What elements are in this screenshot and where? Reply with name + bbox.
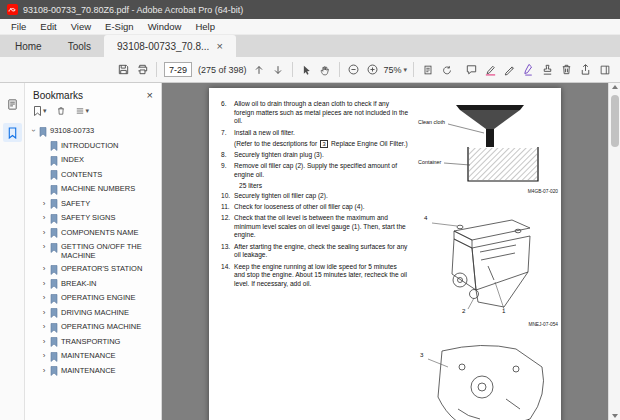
menu-item-e-sign[interactable]: E-Sign <box>98 21 141 32</box>
stamp-icon[interactable] <box>538 60 557 79</box>
acrobat-logo-icon <box>7 4 18 15</box>
bookmark-label: BREAK-IN <box>61 279 96 288</box>
bookmark-item[interactable]: ›DRIVING MACHINE <box>40 306 159 321</box>
tab-tools[interactable]: Tools <box>55 35 104 57</box>
chevron-right-icon[interactable]: › <box>41 242 47 251</box>
next-page-icon[interactable] <box>269 60 288 79</box>
chevron-expanded-icon[interactable]: › <box>29 128 38 134</box>
document-area: 6.Allow oil to drain through a clean clo… <box>162 83 620 420</box>
menu-item-help[interactable]: Help <box>188 21 222 32</box>
bookmark-item[interactable]: ›MAINTENANCE <box>40 349 159 364</box>
print-icon[interactable] <box>133 60 152 79</box>
step-item: 6.Allow oil to drain through a clean clo… <box>221 100 409 126</box>
bookmark-icon <box>50 199 58 209</box>
bookmark-item[interactable]: ›TRANSPORTING <box>40 335 159 350</box>
tab-home[interactable]: Home <box>2 35 55 57</box>
bookmark-item[interactable]: INTRODUCTION <box>40 139 159 154</box>
edit-pencil-icon[interactable] <box>500 60 519 79</box>
bookmark-root-label: 93108-00733 <box>50 126 94 135</box>
scroll-up-icon[interactable] <box>612 85 618 89</box>
menu-item-file[interactable]: File <box>4 21 33 32</box>
bookmark-item[interactable]: MACHINE NUMBERS <box>40 182 159 197</box>
bookmark-item[interactable]: ›SAFETY SIGNS <box>40 211 159 226</box>
page-scroll-region[interactable]: 6.Allow oil to drain through a clean clo… <box>162 83 608 420</box>
step-number: 12. <box>221 214 234 240</box>
highlight-icon[interactable] <box>481 60 500 79</box>
chevron-right-icon[interactable]: › <box>41 366 47 375</box>
note-text: Replace Engine Oil Filter.) <box>329 140 407 147</box>
step-text: Securely tighten drain plug (3). <box>234 151 409 160</box>
bookmark-label: MAINTENANCE <box>61 351 116 360</box>
chevron-right-icon[interactable]: › <box>41 213 47 222</box>
menu-item-window[interactable]: Window <box>141 21 189 32</box>
right-panel-toggle-icon[interactable] <box>595 60 614 79</box>
sign-pen-icon[interactable] <box>519 60 538 79</box>
chevron-down-icon: ▾ <box>86 107 90 115</box>
chevron-right-icon[interactable]: › <box>41 228 47 237</box>
step-item: 14.Keep the engine running at low idle s… <box>221 263 409 289</box>
tab-tools-label: Tools <box>68 41 91 52</box>
step-subtext: 25 liters <box>239 182 409 189</box>
save-icon[interactable] <box>114 60 133 79</box>
bookmark-label: MACHINE NUMBERS <box>61 184 135 193</box>
note-text: (Refer to the descriptions for <box>234 140 319 147</box>
bookmark-item[interactable]: ›GETTING ON/OFF THE MACHINE <box>40 240 159 262</box>
bookmarks-panel-icon[interactable] <box>3 123 22 142</box>
chevron-right-icon[interactable]: › <box>41 308 47 317</box>
step-number: 13. <box>221 243 234 260</box>
chevron-down-icon: ▾ <box>404 66 408 74</box>
chevron-right-icon[interactable]: › <box>41 322 47 331</box>
bookmark-icon <box>50 228 58 238</box>
bookmark-item[interactable]: ›OPERATING MACHINE <box>40 320 159 335</box>
step-number: 10. <box>221 192 234 201</box>
previous-page-icon[interactable] <box>250 60 269 79</box>
chevron-right-icon[interactable]: › <box>41 264 47 273</box>
chevron-right-icon[interactable]: › <box>41 279 47 288</box>
panel-close-icon[interactable]: × <box>147 89 153 101</box>
bookmark-item[interactable]: ›OPERATOR'S STATION <box>40 262 159 277</box>
zoom-out-icon[interactable] <box>344 60 363 79</box>
comment-icon[interactable] <box>462 60 481 79</box>
zoom-level-dropdown[interactable]: 75% ▾ <box>384 65 408 75</box>
scroll-down-icon[interactable] <box>612 414 618 418</box>
tab-close-icon[interactable]: × <box>217 41 223 52</box>
bookmark-item[interactable]: ›SAFETY <box>40 197 159 212</box>
bookmark-root-item[interactable]: › 93108-00733 <box>29 124 159 139</box>
menu-item-edit[interactable]: Edit <box>33 21 63 32</box>
page-number-input[interactable]: 7-29 <box>164 62 192 77</box>
new-bookmark-icon[interactable]: ▾ <box>33 106 47 116</box>
bookmark-item[interactable]: INDEX <box>40 153 159 168</box>
step-text: Securely tighten oil filler cap (2). <box>234 192 409 201</box>
chevron-right-icon[interactable]: › <box>41 199 47 208</box>
share-icon[interactable] <box>576 60 595 79</box>
vertical-scrollbar[interactable] <box>608 83 620 420</box>
scrollbar-thumb[interactable] <box>611 95 619 147</box>
hand-tool-icon[interactable] <box>316 60 335 79</box>
step-note: (Refer to the descriptions for 3 Replace… <box>234 140 409 149</box>
step-text: Install a new oil filter. <box>234 129 409 138</box>
page-number-value: 7-29 <box>169 65 187 75</box>
delete-bookmark-icon[interactable] <box>56 106 66 116</box>
page-view-icon[interactable] <box>418 60 437 79</box>
page-body: 6.Allow oil to drain through a clean clo… <box>221 97 549 420</box>
bookmark-item[interactable]: ›MAINTENANCE <box>40 364 159 379</box>
bookmark-icon <box>50 279 58 289</box>
page-thumbnails-icon[interactable] <box>3 95 22 114</box>
bookmark-options-icon[interactable]: ▾ <box>75 106 90 116</box>
bookmark-item[interactable]: ›OPERATING ENGINE <box>40 291 159 306</box>
trash-icon[interactable] <box>557 60 576 79</box>
bookmark-label: SAFETY <box>61 199 90 208</box>
tab-document[interactable]: 93108-00733_70.8... × <box>104 35 236 57</box>
bookmark-item[interactable]: ›BREAK-IN <box>40 277 159 292</box>
figure-drain-plug: 3 MNEC-07-074 <box>418 339 558 420</box>
zoom-in-icon[interactable] <box>363 60 382 79</box>
chevron-right-icon[interactable]: › <box>41 293 47 302</box>
menu-item-view[interactable]: View <box>64 21 98 32</box>
bookmark-item[interactable]: CONTENTS <box>40 168 159 183</box>
chevron-right-icon[interactable]: › <box>41 337 47 346</box>
rotate-view-icon[interactable] <box>437 60 456 79</box>
bookmark-item[interactable]: ›COMPONENTS NAME <box>40 226 159 241</box>
bookmarks-panel-toolbar: ▾ ▾ <box>25 104 161 121</box>
chevron-right-icon[interactable]: › <box>41 351 47 360</box>
select-tool-icon[interactable] <box>297 60 316 79</box>
